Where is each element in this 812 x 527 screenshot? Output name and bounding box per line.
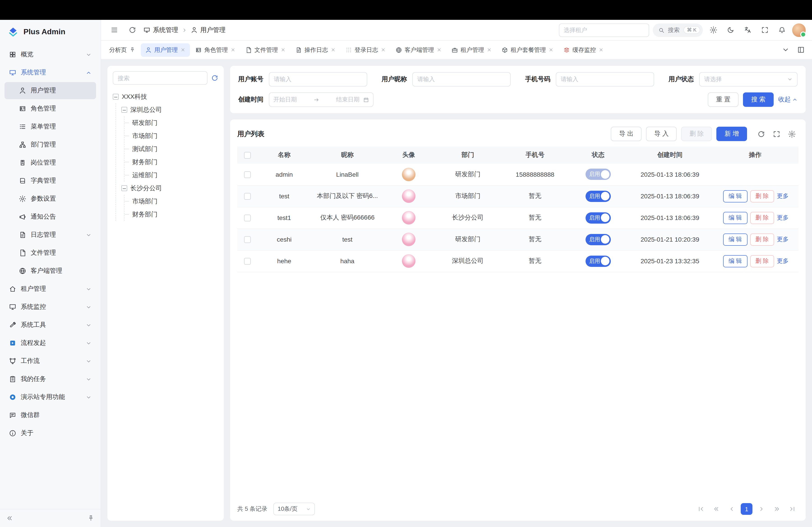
sidebar-item-demo[interactable]: 演示站专用功能 — [4, 389, 96, 406]
status-toggle[interactable]: 启用 — [585, 169, 611, 180]
export-button[interactable]: 导 出 — [611, 127, 642, 141]
tree-node[interactable]: XXX科技 — [113, 90, 218, 103]
row-checkbox[interactable] — [244, 193, 250, 200]
tree-node[interactable]: 财务部门 — [130, 155, 218, 169]
table-settings-button[interactable] — [785, 127, 798, 141]
sidebar-collapse-button[interactable] — [6, 515, 13, 522]
sidebar-item-roles[interactable]: 角色管理 — [4, 100, 96, 117]
tab-dropdown-button[interactable] — [779, 43, 792, 57]
close-icon[interactable] — [437, 47, 441, 52]
close-icon[interactable] — [231, 47, 235, 52]
close-icon[interactable] — [381, 47, 386, 52]
row-checkbox[interactable] — [244, 237, 250, 243]
tree-expander-icon[interactable] — [121, 107, 127, 113]
close-icon[interactable] — [487, 47, 492, 52]
sidebar-item-tools[interactable]: 系统工具 — [4, 316, 96, 334]
sidebar-item-flow[interactable]: 流程发起 — [4, 334, 96, 352]
tree-node[interactable]: 研发部门 — [130, 116, 218, 130]
delete-button[interactable]: 删 除 — [681, 127, 712, 141]
settings-button[interactable] — [707, 23, 720, 37]
edit-button[interactable]: 编 辑 — [723, 190, 747, 202]
date-range-input[interactable]: 开始日期 结束日期 — [269, 92, 374, 107]
tree-search-input[interactable] — [113, 71, 207, 85]
sidebar-item-system[interactable]: 系统管理 — [4, 64, 96, 81]
sidebar-item-menus[interactable]: 菜单管理 — [4, 118, 96, 135]
close-icon[interactable] — [599, 47, 604, 52]
search-button[interactable]: 搜 索 — [743, 92, 774, 107]
tab-clients[interactable]: 客户端管理 — [391, 43, 446, 57]
nickname-input[interactable]: 请输入 — [412, 72, 511, 87]
tree-expander-icon[interactable] — [113, 94, 119, 100]
more-button[interactable]: 更多 — [777, 193, 788, 199]
breadcrumb-item-system[interactable]: 系统管理 — [143, 26, 178, 34]
refresh-page-button[interactable] — [126, 23, 139, 37]
tab-layout-button[interactable] — [794, 43, 808, 57]
status-toggle[interactable]: 启用 — [585, 212, 611, 223]
breadcrumb-item-users[interactable]: 用户管理 — [191, 26, 226, 34]
edit-button[interactable]: 编 辑 — [723, 255, 747, 267]
row-delete-button[interactable]: 删 除 — [750, 233, 774, 245]
row-checkbox[interactable] — [244, 215, 250, 222]
first-page-button[interactable] — [695, 503, 707, 515]
close-icon[interactable] — [331, 47, 336, 52]
language-button[interactable] — [741, 23, 754, 37]
sidebar-item-tenant[interactable]: 租户管理 — [4, 281, 96, 298]
next-page-button[interactable] — [755, 503, 768, 515]
row-checkbox[interactable] — [244, 258, 250, 265]
sidebar-item-overview[interactable]: 概览 — [4, 46, 96, 63]
sidebar-item-logs[interactable]: 日志管理 — [4, 226, 96, 243]
more-button[interactable]: 更多 — [777, 236, 788, 243]
sidebar-item-files[interactable]: 文件管理 — [4, 244, 96, 261]
row-delete-button[interactable]: 删 除 — [750, 212, 774, 224]
more-button[interactable]: 更多 — [777, 257, 788, 264]
close-icon[interactable] — [180, 47, 185, 52]
status-toggle[interactable]: 启用 — [585, 191, 611, 202]
table-fullscreen-button[interactable] — [770, 127, 783, 141]
import-button[interactable]: 导 入 — [646, 127, 677, 141]
row-delete-button[interactable]: 删 除 — [750, 190, 774, 202]
dark-mode-button[interactable] — [724, 23, 737, 37]
sidebar-item-wechat[interactable]: 微信群 — [4, 407, 96, 424]
tab-login-log[interactable]: 登录日志 — [341, 43, 390, 57]
tab-roles[interactable]: 角色管理 — [191, 43, 240, 57]
sidebar-item-tasks[interactable]: 我的任务 — [4, 371, 96, 388]
edit-button[interactable]: 编 辑 — [723, 233, 747, 245]
user-avatar[interactable] — [792, 23, 806, 37]
sidebar-item-monitor[interactable]: 系统监控 — [4, 298, 96, 316]
sidebar-pin-button[interactable] — [88, 515, 94, 522]
tab-tenants[interactable]: 租户管理 — [447, 43, 496, 57]
tree-node[interactable]: 市场部门 — [130, 130, 218, 142]
tree-refresh-button[interactable] — [211, 74, 218, 81]
collapse-filters-link[interactable]: 收起 — [778, 95, 798, 104]
hamburger-menu-button[interactable] — [107, 23, 121, 37]
select-all-checkbox[interactable] — [244, 152, 250, 159]
tab-op-log[interactable]: 操作日志 — [291, 43, 340, 57]
sidebar-item-posts[interactable]: 岗位管理 — [4, 154, 96, 171]
tab-users[interactable]: 用户管理 — [141, 43, 190, 57]
status-toggle[interactable]: 启用 — [585, 255, 611, 267]
phone-input[interactable]: 请输入 — [556, 72, 654, 87]
tenant-select[interactable]: 选择租户 — [559, 23, 649, 37]
global-search-button[interactable]: 搜索 ⌘ K — [653, 23, 703, 37]
sidebar-item-notice[interactable]: 通知公告 — [4, 208, 96, 225]
table-refresh-button[interactable] — [754, 127, 768, 141]
reset-button[interactable]: 重 置 — [708, 92, 738, 107]
last-page-button[interactable] — [786, 503, 798, 515]
tab-files[interactable]: 文件管理 — [241, 43, 290, 57]
edit-button[interactable]: 编 辑 — [723, 212, 747, 224]
tree-expander-icon[interactable] — [121, 185, 127, 191]
tree-node[interactable]: 运维部门 — [130, 169, 218, 182]
fullscreen-button[interactable] — [758, 23, 771, 37]
prev-page-button[interactable] — [725, 503, 738, 515]
jump-back-button[interactable] — [710, 503, 723, 515]
tab-cache-monitor[interactable]: 缓存监控 — [559, 43, 608, 57]
sidebar-item-users[interactable]: 用户管理 — [4, 82, 96, 99]
row-delete-button[interactable]: 删 除 — [750, 255, 774, 267]
sidebar-item-params[interactable]: 参数设置 — [4, 190, 96, 207]
sidebar-item-workflow[interactable]: 工作流 — [4, 352, 96, 370]
tree-node[interactable]: 长沙分公司 — [121, 182, 218, 195]
tab-tenant-packages[interactable]: 租户套餐管理 — [497, 43, 558, 57]
tree-node[interactable]: 深圳总公司 — [121, 103, 218, 116]
sidebar-item-about[interactable]: 关于 — [4, 425, 96, 442]
page-size-select[interactable]: 10条/页 — [274, 503, 315, 515]
